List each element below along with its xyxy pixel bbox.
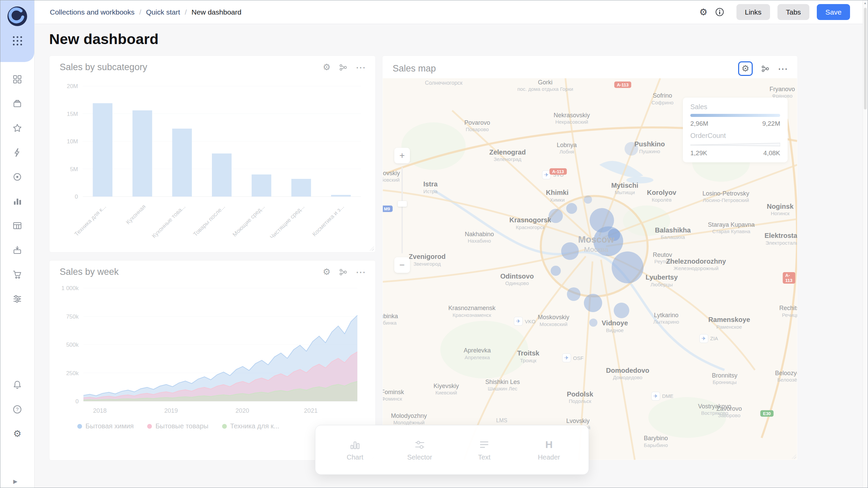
sidebar: ? ⚙ ▶ <box>0 0 35 488</box>
sidebar-item-monitoring[interactable] <box>12 172 22 182</box>
header-icon: H <box>545 439 553 450</box>
sales-color-gradient <box>690 114 780 117</box>
map-bubble[interactable] <box>567 287 580 301</box>
star-icon <box>12 123 22 133</box>
map-zoom-slider[interactable] <box>401 167 403 253</box>
bar-category-label: Косметика и з... <box>295 203 346 253</box>
sidebar-item-marketplace[interactable] <box>12 269 22 280</box>
widget-menu-button[interactable]: ⋯ <box>356 61 367 73</box>
widget-settings-button[interactable]: ⚙ <box>742 63 749 74</box>
widget-menu-button[interactable]: ⋯ <box>778 63 789 75</box>
bar-category-label: Товары после... <box>176 203 226 253</box>
map-bubble[interactable] <box>612 251 644 283</box>
sidebar-collapse-button[interactable]: ▶ <box>13 478 17 485</box>
svg-text:2018: 2018 <box>93 407 106 414</box>
add-text-button[interactable]: Text <box>462 439 506 461</box>
widget-settings-button[interactable]: ⚙ <box>323 62 331 73</box>
dashboard-content: New dashboard Sales by subcategory ⚙ ⋯ 2… <box>34 24 863 488</box>
bar-category-label: Моющие сред... <box>216 203 266 253</box>
sidebar-item-charts[interactable] <box>12 196 22 206</box>
save-button[interactable]: Save <box>817 4 850 20</box>
svg-text:750k: 750k <box>66 313 79 320</box>
dashboard-settings-button[interactable]: ⚙ <box>699 7 708 18</box>
legend-item[interactable]: Бытовая химия <box>77 422 134 430</box>
legend-item[interactable]: Техника для к... <box>222 422 279 430</box>
sidebar-item-grid[interactable] <box>12 74 22 84</box>
minus-icon: − <box>399 260 405 270</box>
widget-menu-button[interactable]: ⋯ <box>356 266 367 278</box>
folders-icon <box>12 99 22 109</box>
sidebar-item-favorites[interactable] <box>12 123 22 133</box>
ellipsis-icon: ⋯ <box>778 63 789 75</box>
map-bubble[interactable] <box>584 294 602 312</box>
app-window: ? ⚙ ▶ Collections and workbooks / Quick … <box>0 0 868 488</box>
sidebar-item-collections[interactable] <box>12 99 22 109</box>
bar-category-label: Кухонная <box>97 203 147 253</box>
tabs-button[interactable]: Tabs <box>777 4 809 20</box>
widget-title: Sales by subcategory <box>60 62 147 73</box>
size-scale-shape <box>690 143 780 147</box>
inbox-icon <box>12 245 22 255</box>
window-scrollbar[interactable]: ▲ <box>863 0 868 488</box>
map-bubble[interactable] <box>589 319 597 327</box>
map-bubble[interactable] <box>561 242 579 260</box>
ellipsis-icon: ⋯ <box>356 266 367 278</box>
chart-icon <box>349 439 361 450</box>
selector-icon <box>414 439 426 450</box>
map-zoom-handle[interactable] <box>398 201 407 207</box>
info-button[interactable] <box>715 7 724 17</box>
map-bubble[interactable] <box>625 142 638 156</box>
info-icon <box>715 7 724 17</box>
ellipsis-icon: ⋯ <box>356 61 367 73</box>
connections-icon <box>761 64 770 73</box>
svg-text:2019: 2019 <box>164 407 178 414</box>
sidebar-item-services[interactable] <box>12 294 22 304</box>
map-bubble[interactable] <box>549 209 563 223</box>
datalens-logo[interactable] <box>7 6 27 26</box>
connections-icon <box>339 268 348 277</box>
breadcrumb-quick-start[interactable]: Quick start <box>146 8 180 16</box>
sidebar-item-actions[interactable] <box>12 147 22 158</box>
map-zoom-out-button[interactable]: − <box>394 257 410 273</box>
sidebar-item-datasets[interactable] <box>12 221 22 231</box>
widget-connections-button[interactable] <box>761 64 770 73</box>
notifications-button[interactable] <box>12 380 22 390</box>
links-button[interactable]: Links <box>736 4 770 20</box>
apps-grid-icon[interactable] <box>13 36 22 45</box>
legend-item[interactable]: Бытовые товары <box>147 422 208 430</box>
widget-sales-by-subcategory: Sales by subcategory ⚙ ⋯ 20M15M10M5M0 Те… <box>49 56 376 252</box>
legend-dot <box>77 424 82 429</box>
breadcrumb-collections[interactable]: Collections and workbooks <box>50 8 135 16</box>
sales-max-value: 9,22M <box>762 120 780 127</box>
topbar-actions: ⚙ Links Tabs Save <box>699 4 850 20</box>
add-chart-button[interactable]: Chart <box>333 439 377 461</box>
page-title: New dashboard <box>49 31 159 47</box>
map-bubble[interactable] <box>614 303 629 318</box>
scroll-up-arrow[interactable]: ▲ <box>863 1 867 5</box>
map-bubble[interactable] <box>551 266 561 276</box>
map-zoom-in-button[interactable]: + <box>394 148 410 163</box>
widget-settings-button[interactable]: ⚙ <box>323 267 331 277</box>
widget-connections-button[interactable] <box>339 268 348 277</box>
bar-chart: 20M15M10M5M0 Техника для к...КухоннаяКух… <box>50 75 375 203</box>
add-selector-button[interactable]: Selector <box>398 439 442 461</box>
map-bubble[interactable] <box>584 196 592 204</box>
add-header-button[interactable]: H Header <box>527 439 571 461</box>
zap-icon <box>12 147 22 158</box>
gear-icon: ⚙ <box>742 63 749 74</box>
gear-icon: ⚙ <box>13 429 21 439</box>
widget-sales-map: Sales map ⚙ ⋯ <box>382 56 798 461</box>
ordercount-min-value: 1,29K <box>690 149 707 157</box>
add-widget-panel: Chart Selector Text H Header <box>315 425 589 475</box>
scroll-thumb[interactable] <box>864 8 867 109</box>
widget-title: Sales by week <box>60 267 119 277</box>
svg-text:10M: 10M <box>67 138 78 145</box>
map-bubble[interactable] <box>566 203 577 214</box>
settings-button[interactable]: ⚙ <box>12 429 22 439</box>
sidebar-item-connections[interactable] <box>12 245 22 255</box>
widget-connections-button[interactable] <box>339 63 348 72</box>
help-button[interactable]: ? <box>12 404 22 414</box>
sales-map[interactable]: СолнечногорскGorkiпос. дома отдыха Горки… <box>383 78 797 460</box>
connections-icon <box>339 63 348 72</box>
map-bubble[interactable] <box>608 229 620 241</box>
